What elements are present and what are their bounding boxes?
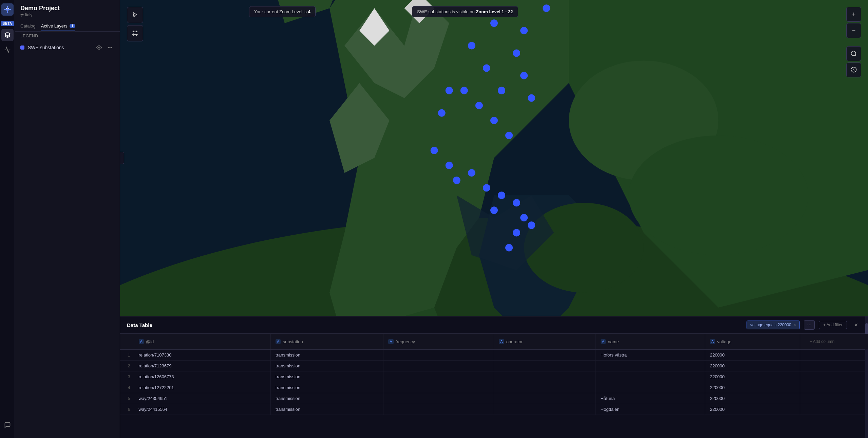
table-row[interactable]: 4 relation/12722201 transmission 220000 [120, 382, 868, 393]
filter-more-btn[interactable]: ··· [804, 320, 815, 330]
legend-label: Legend [15, 32, 120, 40]
filter-tag-close-btn[interactable]: × [793, 322, 796, 328]
svg-line-44 [855, 55, 856, 56]
layer-actions [95, 43, 114, 52]
col-header-add[interactable]: + Add column [800, 334, 868, 350]
cell-operator [494, 371, 596, 382]
svg-point-6 [108, 47, 109, 48]
zoom-out-btn[interactable]: − [846, 23, 861, 38]
cell-voltage: 220000 [705, 393, 800, 404]
col-type-icon-substation: A [276, 339, 281, 344]
select-tool-btn[interactable] [127, 7, 143, 23]
table-header-row: A @id A substation A [120, 334, 868, 350]
col-header-frequency[interactable]: A frequency [383, 334, 494, 350]
app-sidebar: V BETA [0, 0, 15, 438]
svg-point-7 [110, 47, 110, 48]
col-type-icon-frequency: A [388, 339, 393, 344]
cell-extra [800, 371, 868, 382]
tab-catalog[interactable]: Catalog [20, 21, 36, 31]
svg-point-12 [629, 135, 808, 255]
cell-name [596, 361, 705, 371]
cell-substation: transmission [271, 350, 383, 361]
cell-substation: transmission [271, 382, 383, 393]
beta-badge: BETA [1, 21, 14, 26]
col-type-icon-id: A [139, 339, 144, 344]
cell-operator [494, 393, 596, 404]
data-table-container: Data Table voltage equals 220000 × ··· +… [120, 316, 868, 438]
cell-id: way/24415564 [134, 404, 271, 415]
row-number-header [120, 334, 134, 350]
map-area[interactable]: Your current Zoom Level is 4 SWE substat… [120, 0, 868, 316]
col-type-icon-name: A [601, 339, 606, 344]
add-filter-btn[interactable]: + Add filter [819, 321, 847, 329]
map-right-controls: + − [846, 7, 861, 77]
data-table-scroll[interactable]: A @id A substation A [120, 334, 868, 438]
cell-frequency [383, 404, 494, 415]
table-row[interactable]: 6 way/24415564 transmission Högdalen 220… [120, 404, 868, 415]
cell-extra [800, 382, 868, 393]
table-row[interactable]: 3 relation/12606773 transmission 220000 [120, 371, 868, 382]
row-number: 2 [120, 361, 134, 371]
map-toolbar [127, 7, 143, 41]
app-logo: V [1, 3, 14, 16]
cell-voltage: 220000 [705, 404, 800, 415]
row-number: 6 [120, 404, 134, 415]
row-number: 1 [120, 350, 134, 361]
cell-voltage: 220000 [705, 361, 800, 371]
tab-active-layers[interactable]: Active Layers 1 [41, 21, 76, 31]
col-header-operator[interactable]: A operator [494, 334, 596, 350]
sidebar-icon-analytics[interactable] [1, 44, 14, 56]
cell-extra [800, 404, 868, 415]
cell-extra [800, 393, 868, 404]
col-header-name[interactable]: A name [596, 334, 705, 350]
cell-name: Håtuna [596, 393, 705, 404]
row-number: 4 [120, 382, 134, 393]
layer-visibility-btn[interactable] [95, 43, 103, 52]
search-map-btn[interactable] [846, 46, 861, 61]
table-row[interactable]: 2 relation/7123679 transmission 220000 [120, 361, 868, 371]
cell-id: relation/12722201 [134, 382, 271, 393]
panel-tabs: Catalog Active Layers 1 [15, 17, 120, 32]
panel-collapse-btn[interactable]: ‹ [120, 152, 124, 164]
col-header-id[interactable]: A @id [134, 334, 271, 350]
cell-substation: transmission [271, 361, 383, 371]
svg-point-5 [98, 47, 100, 48]
cell-extra [800, 361, 868, 371]
layer-item-swe-substations[interactable]: SWE substations [15, 40, 120, 55]
cell-name: Högdalen [596, 404, 705, 415]
zoom-visibility-tooltip: SWE substations is visible on Zoom Level… [412, 6, 518, 17]
history-btn[interactable] [846, 62, 861, 77]
cell-frequency [383, 361, 494, 371]
data-table-header: Data Table voltage equals 220000 × ··· +… [120, 316, 868, 334]
data-table: A @id A substation A [120, 334, 868, 415]
measure-tool-btn[interactable] [127, 25, 143, 41]
col-type-icon-operator: A [499, 339, 504, 344]
cell-substation: transmission [271, 371, 383, 382]
cell-name [596, 371, 705, 382]
row-number: 3 [120, 371, 134, 382]
table-row[interactable]: 5 way/24354951 transmission Håtuna 22000… [120, 393, 868, 404]
cell-id: relation/7107330 [134, 350, 271, 361]
sidebar-icon-layers[interactable] [1, 29, 14, 41]
active-layers-badge: 1 [70, 24, 76, 28]
panel-header: Demo Project ⇄ Italy [15, 0, 120, 17]
project-name: Demo Project [20, 5, 114, 12]
table-row[interactable]: 1 relation/7107330 transmission Hofors v… [120, 350, 868, 361]
cell-operator [494, 350, 596, 361]
col-header-voltage[interactable]: A voltage [705, 334, 800, 350]
zoom-in-btn[interactable]: + [846, 7, 861, 22]
left-panel: Demo Project ⇄ Italy Catalog Active Laye… [15, 0, 120, 438]
map-container: Your current Zoom Level is 4 SWE substat… [120, 0, 868, 438]
cell-frequency [383, 382, 494, 393]
sidebar-icon-comment[interactable] [1, 419, 14, 431]
layer-more-btn[interactable] [106, 43, 114, 52]
col-header-substation[interactable]: A substation [271, 334, 383, 350]
close-table-btn[interactable]: × [851, 320, 861, 330]
cell-frequency [383, 393, 494, 404]
cell-voltage: 220000 [705, 371, 800, 382]
cell-name: Hofors västra [596, 350, 705, 361]
cell-operator [494, 361, 596, 371]
add-column-btn[interactable]: + Add column [805, 336, 863, 347]
cell-substation: transmission [271, 404, 383, 415]
layer-color-dot [20, 45, 24, 50]
